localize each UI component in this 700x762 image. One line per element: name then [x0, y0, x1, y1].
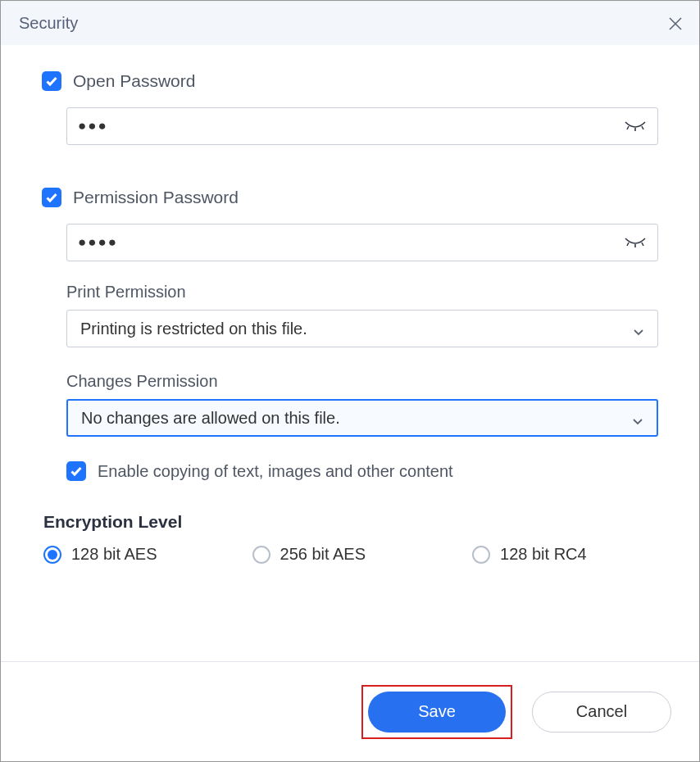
enable-copy-row: Enable copying of text, images and other…: [66, 461, 658, 481]
changes-permission-label: Changes Permission: [66, 372, 658, 391]
cancel-button[interactable]: Cancel: [532, 692, 671, 733]
permission-password-label: Permission Password: [73, 188, 239, 207]
chevron-down-icon: [632, 412, 643, 424]
radio-label-aes128: 128 bit AES: [71, 545, 157, 564]
open-password-row: Open Password: [42, 71, 658, 91]
open-password-field-wrap: ●●●: [66, 107, 658, 145]
dialog-title: Security: [19, 14, 78, 33]
permission-password-checkbox[interactable]: [42, 188, 61, 207]
open-password-checkbox[interactable]: [42, 71, 61, 91]
permission-password-input[interactable]: [66, 224, 658, 261]
eye-closed-icon[interactable]: [624, 237, 647, 248]
radio-rc4128[interactable]: 128 bit RC4: [472, 545, 587, 564]
radio-icon: [43, 546, 61, 564]
radio-icon: [472, 546, 490, 564]
print-permission-value: Printing is restricted on this file.: [80, 320, 307, 338]
print-permission-section: Print Permission Printing is restricted …: [66, 283, 658, 347]
radio-label-rc4128: 128 bit RC4: [500, 545, 587, 564]
encryption-options: 128 bit AES 256 bit AES 128 bit RC4: [43, 545, 658, 564]
enable-copy-label: Enable copying of text, images and other…: [98, 462, 453, 481]
radio-label-aes256: 256 bit AES: [280, 545, 366, 564]
dialog-content: Open Password ●●● Permission Password ●●…: [1, 45, 699, 661]
enable-copy-checkbox[interactable]: [66, 461, 86, 481]
permission-password-field-wrap: ●●●●: [66, 224, 658, 261]
security-dialog: Security Open Password ●●● Permission Pa…: [0, 0, 700, 762]
radio-aes128[interactable]: 128 bit AES: [43, 545, 157, 564]
svg-line-5: [627, 243, 629, 246]
close-icon[interactable]: [666, 15, 684, 33]
svg-line-4: [642, 126, 643, 129]
print-permission-select[interactable]: Printing is restricted on this file.: [66, 310, 658, 347]
eye-closed-icon[interactable]: [624, 120, 647, 132]
encryption-title: Encryption Level: [43, 512, 658, 532]
changes-permission-value: No changes are allowed on this file.: [81, 409, 340, 428]
radio-aes256[interactable]: 256 bit AES: [252, 545, 366, 564]
chevron-down-icon: [633, 323, 644, 334]
titlebar: Security: [1, 1, 699, 45]
open-password-label: Open Password: [73, 71, 195, 91]
save-highlight: Save: [361, 685, 512, 739]
save-button[interactable]: Save: [368, 692, 506, 733]
print-permission-label: Print Permission: [66, 283, 658, 302]
svg-line-7: [642, 243, 643, 246]
changes-permission-section: Changes Permission No changes are allowe…: [66, 372, 658, 437]
changes-permission-select[interactable]: No changes are allowed on this file.: [66, 399, 658, 437]
svg-line-2: [627, 126, 629, 129]
open-password-input[interactable]: [66, 107, 658, 145]
permission-password-row: Permission Password: [42, 188, 658, 207]
dialog-footer: Save Cancel: [1, 661, 699, 761]
radio-icon: [252, 546, 270, 564]
